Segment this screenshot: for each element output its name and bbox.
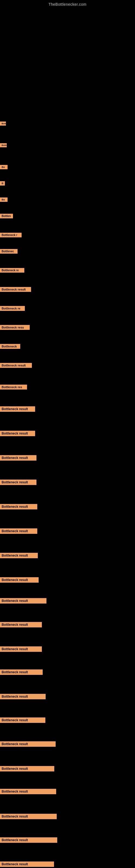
bottleneck-label[interactable]: Bottleneck result bbox=[0, 741, 56, 747]
bottleneck-item: Bottleneck resu bbox=[0, 325, 30, 331]
bottleneck-label[interactable]: Bottleneck resu bbox=[0, 325, 30, 330]
bottleneck-label[interactable]: Bottleneck result bbox=[0, 814, 57, 819]
bottleneck-item: Bottleneck result bbox=[0, 287, 31, 293]
bottleneck-label[interactable]: Bottleneck re bbox=[0, 268, 24, 273]
bottleneck-item: Bottleneck result bbox=[0, 553, 38, 559]
bottleneck-label[interactable]: Bottleneck result bbox=[0, 622, 42, 627]
bottleneck-label[interactable]: Bottleneck result bbox=[0, 143, 7, 147]
bottleneck-item: Bottleneck result bbox=[0, 622, 42, 628]
bottleneck-item: Bottleneck result bbox=[0, 741, 56, 748]
bottleneck-label[interactable]: Bottleneck result bbox=[0, 122, 6, 126]
bottleneck-label[interactable]: Bottleneck result bbox=[0, 789, 56, 794]
bottleneck-label[interactable]: Bottleneck result bbox=[0, 406, 35, 412]
bottleneck-label[interactable]: Bottleneck result bbox=[0, 598, 46, 603]
bottleneck-label[interactable]: Bottleneck result bbox=[0, 287, 31, 292]
bottleneck-label[interactable]: Bottleneck result bbox=[0, 363, 32, 368]
bottleneck-item: Bottleneck result bbox=[0, 789, 56, 795]
bottleneck-item: Bottleneck result bbox=[0, 670, 43, 676]
bottleneck-label[interactable]: Bottleneck result bbox=[0, 577, 39, 583]
bottleneck-item: Bottleneck result bbox=[0, 598, 46, 604]
bottleneck-item: Bottlenec bbox=[0, 249, 17, 255]
bottleneck-label[interactable]: Bottlenec bbox=[0, 249, 17, 254]
bottleneck-label[interactable]: Bottleneck result bbox=[0, 528, 37, 534]
bottleneck-item: B bbox=[0, 181, 5, 187]
bottleneck-item: Bottlen bbox=[0, 214, 13, 219]
bottleneck-item: Bo bbox=[0, 197, 8, 203]
bottleneck-item: Bo bbox=[0, 165, 8, 170]
bottleneck-item: Bottleneck result bbox=[0, 143, 7, 148]
bottleneck-item: Bottleneck result bbox=[0, 122, 6, 127]
bottleneck-label[interactable]: Bo bbox=[0, 197, 8, 202]
bottleneck-item: Bottleneck result bbox=[0, 528, 37, 535]
bottleneck-label[interactable]: Bottleneck res bbox=[0, 384, 27, 390]
bottleneck-item: Bottleneck result bbox=[0, 577, 39, 584]
bottleneck-item: Bottleneck result bbox=[0, 406, 35, 413]
bottleneck-label[interactable]: Bottleneck result bbox=[0, 553, 38, 558]
bottleneck-item: Bottleneck result bbox=[0, 717, 45, 724]
bottleneck-label[interactable]: Bottleneck r bbox=[0, 233, 21, 237]
bottleneck-label[interactable]: Bottleneck result bbox=[0, 455, 37, 461]
bottleneck-label[interactable]: Bottleneck bbox=[0, 344, 20, 349]
bottleneck-label[interactable]: Bottleneck result bbox=[0, 646, 42, 652]
bottleneck-item: Bottleneck re bbox=[0, 268, 24, 274]
bottleneck-item: Bottleneck res bbox=[0, 384, 27, 391]
bottleneck-label[interactable]: Bottleneck result bbox=[0, 717, 45, 723]
bottleneck-item: Bottleneck result bbox=[0, 862, 54, 868]
bottleneck-label[interactable]: Bottleneck result bbox=[0, 766, 54, 771]
bottleneck-label[interactable]: Bottleneck result bbox=[0, 837, 57, 843]
bottleneck-item: Bottleneck result bbox=[0, 479, 37, 486]
bottleneck-item: Bottleneck bbox=[0, 344, 20, 350]
bottleneck-label[interactable]: Bo bbox=[0, 165, 8, 169]
bottleneck-label[interactable]: B bbox=[0, 181, 5, 186]
bottleneck-label[interactable]: Bottleneck result bbox=[0, 479, 37, 485]
bottleneck-label[interactable]: Bottlen bbox=[0, 214, 13, 218]
bottleneck-item: Bottleneck result bbox=[0, 814, 57, 820]
bottleneck-item: Bottleneck result bbox=[0, 504, 37, 510]
bottleneck-label[interactable]: Bottleneck result bbox=[0, 862, 54, 867]
site-title: TheBottlenecker.com bbox=[0, 0, 135, 8]
bottleneck-item: Bottleneck result bbox=[0, 694, 46, 701]
bottleneck-item: Bottleneck re bbox=[0, 306, 25, 312]
bottleneck-label[interactable]: Bottleneck re bbox=[0, 306, 25, 311]
bottleneck-item: Bottleneck result bbox=[0, 646, 42, 653]
bottleneck-label[interactable]: Bottleneck result bbox=[0, 670, 43, 675]
bottleneck-item: Bottleneck result bbox=[0, 455, 37, 462]
bottleneck-item: Bottleneck result bbox=[0, 766, 54, 773]
bottleneck-item: Bottleneck result bbox=[0, 837, 57, 844]
bottleneck-item: Bottleneck result bbox=[0, 363, 32, 369]
bottleneck-label[interactable]: Bottleneck result bbox=[0, 431, 35, 436]
bottleneck-label[interactable]: Bottleneck result bbox=[0, 504, 37, 509]
bottleneck-item: Bottleneck r bbox=[0, 233, 21, 239]
bottleneck-label[interactable]: Bottleneck result bbox=[0, 694, 46, 699]
bottleneck-item: Bottleneck result bbox=[0, 431, 35, 437]
